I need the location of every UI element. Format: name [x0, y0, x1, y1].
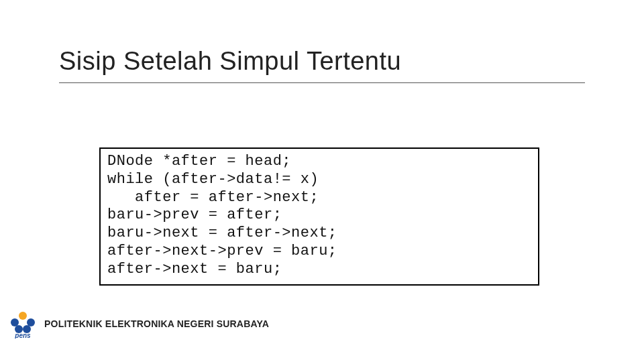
logo-icon: pens — [5, 309, 40, 339]
title-underline — [59, 82, 585, 83]
svg-point-1 — [11, 318, 19, 326]
footer-text: POLITEKNIK ELEKTRONIKA NEGERI SURABAYA — [44, 318, 269, 329]
code-line: baru->next = after->next; — [107, 225, 531, 243]
page-title: Sisip Setelah Simpul Tertentu — [59, 47, 585, 76]
svg-point-0 — [19, 312, 27, 320]
code-line: baru->prev = after; — [107, 206, 531, 225]
code-line: DNode *after = head; — [107, 153, 531, 171]
code-line: after->next = baru; — [107, 261, 531, 279]
footer: pens POLITEKNIK ELEKTRONIKA NEGERI SURAB… — [0, 316, 269, 331]
code-line: while (after->data!= x) — [107, 171, 531, 189]
svg-point-2 — [27, 318, 35, 326]
title-area: Sisip Setelah Simpul Tertentu — [59, 47, 585, 83]
logo-text: pens — [14, 332, 31, 339]
code-box: DNode *after = head; while (after->data!… — [99, 147, 539, 286]
code-line: after->next->prev = baru; — [107, 243, 531, 261]
code-line: after = after->next; — [107, 189, 531, 207]
